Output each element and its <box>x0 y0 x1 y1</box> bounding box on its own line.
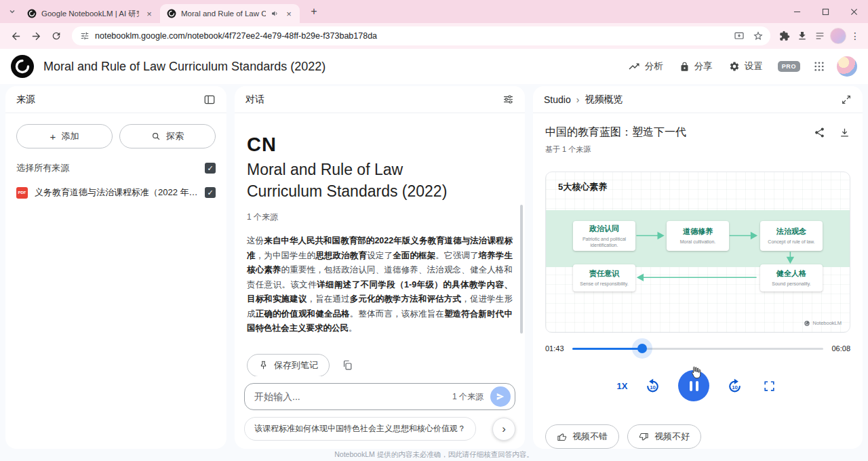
select-all-checkbox[interactable] <box>205 163 216 174</box>
flow-node-political-identity: 政治认同 Patriotic and political identificat… <box>573 221 635 251</box>
node-caption: Sense of responsibility. <box>580 281 628 287</box>
notebooklm-logo-icon[interactable] <box>11 55 34 78</box>
forward-10-icon[interactable]: 10 <box>726 377 744 395</box>
browser-toolbar: notebooklm.google.com/notebook/4f727ee2-… <box>0 23 868 49</box>
chat-text-input[interactable] <box>254 391 446 402</box>
chevron-right-icon: › <box>502 422 506 436</box>
node-title: 道德修养 <box>683 226 713 237</box>
suggested-question-chip[interactable]: 该课程标准如何体现中国特色社会主义思想和核心价值观？ <box>244 417 476 441</box>
gear-icon <box>729 61 740 72</box>
window-maximize-button[interactable] <box>811 0 840 23</box>
flow-node-sound-personality: 健全人格 Sound personality. <box>760 264 823 292</box>
explore-search-icon <box>151 132 161 141</box>
source-checkbox[interactable] <box>205 187 216 198</box>
chat-scroll-area[interactable]: CN Moral and Rule of Law Curriculum Stan… <box>235 113 525 376</box>
node-caption: Patriotic and political identification. <box>576 236 633 249</box>
chat-input-box[interactable]: 1 个来源 <box>244 383 515 410</box>
current-time: 01:43 <box>545 344 564 353</box>
sources-panel: 来源 + 添加 探索 选择所有来源 PDF 义务教育道德与法治课程标准（2022 <box>5 86 226 449</box>
tab-title: Google NotebookLM | AI 研究 <box>41 9 139 19</box>
source-language-badge: CN <box>247 134 513 156</box>
share-button[interactable]: 分享 <box>673 56 719 77</box>
breadcrumb-separator-icon: › <box>576 94 580 105</box>
tab-close-icon[interactable]: × <box>283 8 294 19</box>
timeline-thumb[interactable] <box>637 344 647 353</box>
plus-icon: + <box>50 131 56 142</box>
analytics-label: 分析 <box>645 60 663 73</box>
explore-sources-button[interactable]: 探索 <box>119 124 216 148</box>
browser-menu-icon[interactable]: ⋮ <box>849 31 861 41</box>
back-button[interactable] <box>7 27 24 45</box>
user-avatar[interactable] <box>837 56 857 77</box>
video-slide[interactable]: 5大核心素养 政治认同 Patriotic and political iden… <box>545 172 850 333</box>
source-list-item[interactable]: PDF 义务教育道德与法治课程标准（2022 年版... <box>5 178 226 207</box>
add-source-button[interactable]: + 添加 <box>16 124 113 148</box>
collapse-panel-icon[interactable] <box>203 94 216 106</box>
video-good-button[interactable]: 视频不错 <box>545 424 619 449</box>
video-seek-bar[interactable] <box>572 348 824 350</box>
timeline-progress <box>572 348 643 350</box>
replay-10-icon[interactable]: 10 <box>644 377 662 395</box>
browser-profile-avatar[interactable] <box>830 28 846 44</box>
browser-titlebar: Google NotebookLM | AI 研究 × Moral and Ru… <box>0 0 868 23</box>
reload-button[interactable] <box>47 27 65 45</box>
save-to-note-label: 保存到笔记 <box>274 359 318 372</box>
chat-scrollbar[interactable] <box>520 205 523 334</box>
new-tab-button[interactable]: + <box>305 3 323 20</box>
notebooklm-watermark: NotebookLM <box>804 320 842 326</box>
breadcrumb-studio[interactable]: Studio <box>544 94 571 105</box>
notebook-title[interactable]: Moral and Rule of Law Curriculum Standar… <box>43 60 612 74</box>
fullscreen-icon[interactable] <box>760 377 778 395</box>
chat-settings-sliders-icon[interactable] <box>502 94 514 105</box>
video-good-label: 视频不错 <box>572 430 608 443</box>
video-bad-button[interactable]: 视频不好 <box>627 424 701 449</box>
share-icon[interactable] <box>814 127 825 138</box>
pause-button[interactable] <box>678 370 709 401</box>
svg-text:10: 10 <box>732 384 738 390</box>
install-app-icon[interactable] <box>734 31 745 41</box>
expand-panel-icon[interactable] <box>841 94 852 105</box>
save-to-note-button[interactable]: 保存到笔记 <box>247 354 330 376</box>
window-minimize-button[interactable] <box>783 0 811 23</box>
chat-input-area: 1 个来源 该课程标准如何体现中国特色社会主义思想和核心价值观？ › <box>235 376 525 449</box>
slide-title: 5大核心素养 <box>558 181 607 193</box>
input-source-count: 1 个来源 <box>452 391 484 403</box>
explore-label: 探索 <box>166 130 184 142</box>
tab-search-button[interactable] <box>4 3 20 20</box>
node-title: 责任意识 <box>589 268 619 279</box>
site-settings-icon[interactable] <box>80 31 90 41</box>
next-suggestion-button[interactable]: › <box>492 418 515 441</box>
send-button[interactable] <box>490 386 511 407</box>
address-bar[interactable]: notebooklm.google.com/notebook/4f727ee2-… <box>72 26 770 45</box>
document-title: Moral and Rule of Law Curriculum Standar… <box>247 159 464 202</box>
playback-speed-button[interactable]: 1X <box>617 381 628 391</box>
flow-node-responsibility: 责任意识 Sense of responsibility. <box>573 264 635 292</box>
browser-tab-active[interactable]: Moral and Rule of Law Cu × <box>160 4 300 23</box>
tab-close-icon[interactable]: × <box>144 8 155 19</box>
add-label: 添加 <box>61 130 79 142</box>
tab-audio-icon[interactable] <box>271 9 279 18</box>
reading-list-icon[interactable] <box>812 28 827 43</box>
extensions-icon[interactable] <box>777 28 792 43</box>
node-caption: Sound personality. <box>772 281 810 287</box>
share-label: 分享 <box>694 60 713 73</box>
watermark-label: NotebookLM <box>812 320 842 326</box>
video-title: 中国的教育蓝图：塑造下一代 <box>545 125 800 140</box>
app-header: Moral and Rule of Law Curriculum Standar… <box>0 49 868 84</box>
download-icon[interactable] <box>839 127 850 138</box>
apps-grid-icon[interactable] <box>808 56 830 77</box>
lock-icon <box>679 62 690 72</box>
flow-node-moral-cultivation: 道德修养 Moral cultivation. <box>667 221 729 251</box>
settings-button[interactable]: 设置 <box>722 56 770 77</box>
analytics-button[interactable]: 分析 <box>621 56 670 77</box>
notebooklm-favicon-icon <box>167 9 176 18</box>
bookmark-star-icon[interactable] <box>753 31 764 41</box>
forward-button[interactable] <box>27 27 45 45</box>
window-close-button[interactable] <box>840 0 868 23</box>
downloads-icon[interactable] <box>795 28 810 43</box>
workspace: 来源 + 添加 探索 选择所有来源 PDF 义务教育道德与法治课程标准（2022 <box>0 84 868 461</box>
pdf-file-icon: PDF <box>16 187 28 199</box>
copy-icon[interactable] <box>342 359 353 371</box>
browser-tab-notebooklm-home[interactable]: Google NotebookLM | AI 研究 × <box>20 4 160 23</box>
trending-up-icon <box>628 60 640 73</box>
